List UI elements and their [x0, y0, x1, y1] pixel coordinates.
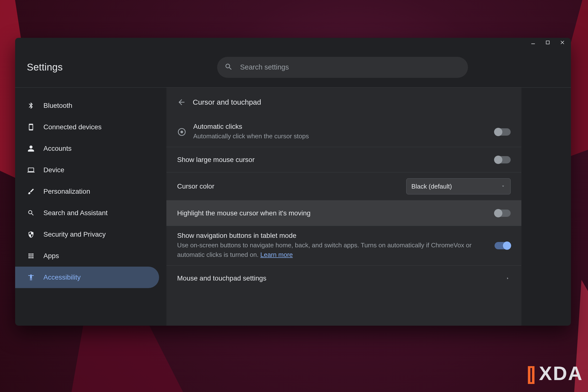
row-nav-tablet: Show navigation buttons in tablet mode U…: [166, 226, 522, 266]
app-title: Settings: [27, 62, 217, 73]
sidebar-item-label: Accessibility: [44, 274, 80, 281]
search-icon: [224, 63, 233, 72]
row-title: Automatic clicks: [193, 123, 488, 130]
sidebar-item-label: Accounts: [44, 145, 72, 152]
close-button[interactable]: [556, 38, 568, 47]
minimize-button[interactable]: [527, 38, 539, 47]
row-title: Highlight the mouse cursor when it's mov…: [177, 209, 488, 217]
sidebar: Bluetooth Connected devices Accounts Dev…: [15, 88, 166, 326]
chevron-down-icon: [501, 183, 506, 190]
row-label: Mouse and touchpad settings: [177, 274, 498, 282]
chevron-right-icon: [505, 276, 511, 281]
sidebar-item-accessibility[interactable]: Accessibility: [15, 266, 159, 288]
row-highlight-cursor: Highlight the mouse cursor when it's mov…: [166, 200, 522, 226]
sidebar-item-label: Device: [44, 166, 64, 174]
target-icon: [177, 127, 186, 136]
page-header: Cursor and touchpad: [166, 88, 522, 117]
bluetooth-icon: [27, 102, 35, 110]
laptop-icon: [27, 166, 35, 174]
toggle-highlight-cursor[interactable]: [494, 210, 511, 217]
maximize-button[interactable]: [542, 38, 554, 47]
toggle-large-cursor[interactable]: [494, 156, 511, 164]
sidebar-item-device[interactable]: Device: [15, 159, 159, 181]
row-subtitle: Automatically click when the cursor stop…: [193, 132, 488, 141]
back-button[interactable]: [176, 97, 187, 108]
row-title: Mouse and touchpad settings: [177, 274, 498, 282]
toggle-nav-tablet[interactable]: [494, 242, 511, 249]
devices-icon: [27, 123, 35, 131]
dropdown-cursor-color[interactable]: Black (default): [406, 178, 511, 194]
sidebar-item-security-privacy[interactable]: Security and Privacy: [15, 224, 159, 245]
sidebar-item-label: Bluetooth: [44, 102, 72, 110]
bracket-icon: ]: [529, 362, 536, 385]
row-large-cursor: Show large mouse cursor: [166, 147, 522, 172]
xda-watermark: [] XDA: [527, 362, 583, 385]
content-panel: Cursor and touchpad Automatic clicks Aut…: [166, 88, 522, 326]
row-mouse-touchpad[interactable]: Mouse and touchpad settings: [166, 266, 522, 291]
row-title: Show large mouse cursor: [177, 156, 488, 164]
brush-icon: [27, 187, 35, 196]
row-subtitle: Use on-screen buttons to navigate home, …: [177, 240, 488, 260]
apps-icon: [27, 252, 35, 260]
row-title: Show navigation buttons in tablet mode: [177, 232, 488, 240]
bracket-icon: [: [527, 362, 534, 385]
sidebar-item-accounts[interactable]: Accounts: [15, 138, 159, 159]
search-input[interactable]: [240, 63, 461, 71]
row-label: Highlight the mouse cursor when it's mov…: [177, 209, 488, 217]
person-icon: [27, 144, 35, 153]
sidebar-item-connected-devices[interactable]: Connected devices: [15, 116, 159, 138]
sidebar-item-label: Search and Assistant: [44, 209, 108, 217]
settings-window: Settings Bluetooth Connected devices: [15, 38, 571, 326]
app-header: Settings: [15, 47, 571, 88]
page-title: Cursor and touchpad: [193, 98, 261, 106]
sidebar-item-personalization[interactable]: Personalization: [15, 181, 159, 202]
settings-list: Automatic clicks Automatically click whe…: [166, 117, 522, 291]
sidebar-item-bluetooth[interactable]: Bluetooth: [15, 95, 159, 116]
search-icon: [27, 209, 35, 217]
row-label: Show navigation buttons in tablet mode U…: [177, 232, 488, 260]
sidebar-item-apps[interactable]: Apps: [15, 245, 159, 266]
watermark-text: XDA: [539, 362, 583, 385]
sidebar-item-label: Apps: [44, 252, 59, 260]
learn-more-link[interactable]: Learn more: [260, 251, 293, 258]
accessibility-icon: [27, 273, 35, 282]
row-subtitle-text: Use on-screen buttons to navigate home, …: [177, 242, 472, 258]
sidebar-item-search-assistant[interactable]: Search and Assistant: [15, 202, 159, 224]
svg-rect-1: [546, 41, 550, 44]
svg-point-5: [180, 131, 183, 133]
row-label: Show large mouse cursor: [177, 156, 488, 164]
row-automatic-clicks: Automatic clicks Automatically click whe…: [166, 117, 522, 147]
sidebar-item-label: Connected devices: [44, 123, 102, 131]
toggle-automatic-clicks[interactable]: [494, 128, 511, 136]
content-wrap: Cursor and touchpad Automatic clicks Aut…: [166, 88, 571, 326]
row-cursor-color: Cursor color Black (default): [166, 172, 522, 200]
dropdown-value: Black (default): [411, 183, 452, 190]
row-title: Cursor color: [177, 182, 400, 190]
search-box[interactable]: [217, 57, 468, 78]
row-label: Cursor color: [177, 182, 400, 190]
sidebar-item-label: Security and Privacy: [44, 230, 106, 238]
shield-icon: [27, 230, 35, 238]
settings-body: Bluetooth Connected devices Accounts Dev…: [15, 88, 571, 326]
row-label: Automatic clicks Automatically click whe…: [193, 123, 488, 141]
sidebar-item-label: Personalization: [44, 188, 90, 196]
window-titlebar: [15, 38, 571, 47]
